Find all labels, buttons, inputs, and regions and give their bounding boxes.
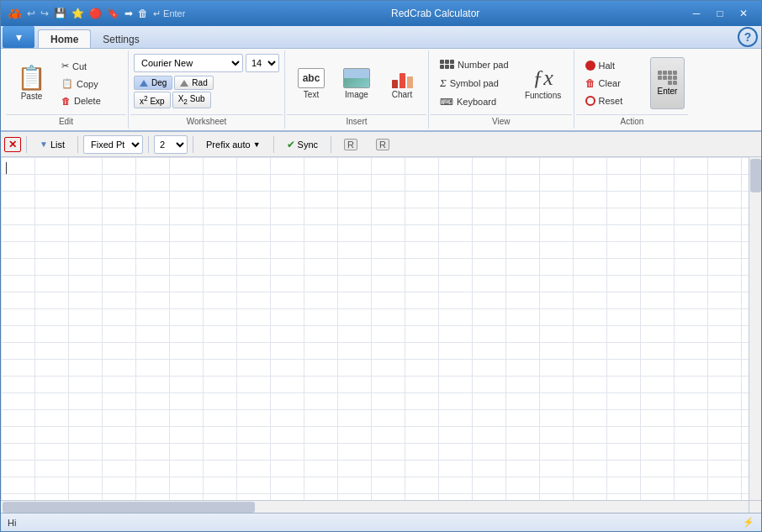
prefix-auto-label: Prefix auto <box>206 140 251 150</box>
decimal-selector[interactable]: 2 <box>154 135 188 154</box>
cut-button[interactable]: ✂ Cut <box>56 58 123 74</box>
toolbar-separator-4 <box>193 136 193 153</box>
deg-label: Deg <box>151 78 167 87</box>
numberpad-label: Number pad <box>458 60 509 70</box>
horizontal-scrollbar[interactable] <box>1 500 749 513</box>
numberpad-icon <box>440 60 454 69</box>
symbolpad-button[interactable]: Σ Symbol pad <box>434 74 515 92</box>
tab-settings[interactable]: Settings <box>91 30 151 48</box>
halt-label: Halt <box>599 61 616 71</box>
tab-area: ▾ Home Settings ? <box>1 26 761 48</box>
r2-icon: R <box>376 139 389 150</box>
sync-label: Sync <box>298 140 318 150</box>
exp-button[interactable]: x2 Exp <box>134 92 171 108</box>
fixed-pt-selector[interactable]: Fixed Pt <box>83 135 143 154</box>
action-group-label: Action <box>576 114 689 129</box>
redo-icon[interactable]: ↪ <box>40 8 49 19</box>
menu-dropdown-icon: ▾ <box>16 30 22 44</box>
exp-label: x2 Exp <box>140 94 165 106</box>
font-selector[interactable]: Courier New <box>134 54 243 72</box>
worksheet-group-body: Courier New 14 Deg Rad <box>130 50 283 114</box>
app-window: 🦀 ↩ ↪ 💾 ⭐ 🔴 🔖 ➡ 🗑 ↵ Enter RedCrab Calcul… <box>0 0 762 532</box>
delete-icon: 🗑 <box>61 96 71 106</box>
enter-button[interactable]: Enter <box>650 57 685 109</box>
toolbar-close-button[interactable]: ✕ <box>4 137 21 152</box>
ribbon-section-edit: 📋 Paste ✂ Cut 📋 Copy 🗑 Delete <box>4 50 129 129</box>
paste-icon: 📋 <box>17 66 46 90</box>
image-button[interactable]: Image <box>336 54 378 113</box>
keyboard-icon: ⌨ <box>440 97 453 108</box>
minimize-button[interactable]: ─ <box>685 5 707 22</box>
functions-button[interactable]: ƒx Functions <box>518 54 569 113</box>
toolbar-close-icon: ✕ <box>8 139 17 150</box>
tab-home[interactable]: Home <box>38 29 91 49</box>
app-title: RedCrab Calculator <box>185 8 685 19</box>
edit-group-label: Edit <box>6 114 126 129</box>
paste-button[interactable]: 📋 Paste <box>9 54 54 113</box>
chart-icon <box>389 68 415 88</box>
deg-button[interactable]: Deg <box>134 76 172 90</box>
lightning-icon: ⚡ <box>743 517 754 528</box>
rad-button[interactable]: Rad <box>174 76 213 90</box>
keyboard-button[interactable]: ⌨ Keyboard <box>434 94 515 110</box>
r1-button[interactable]: R <box>336 136 365 153</box>
halt-button[interactable]: Halt <box>579 58 647 73</box>
font-size-selector[interactable]: 14 <box>246 54 279 72</box>
vertical-scrollbar[interactable] <box>749 157 761 500</box>
save-icon[interactable]: 💾 <box>54 8 66 19</box>
star-icon[interactable]: ⭐ <box>71 8 84 19</box>
delete-button[interactable]: 🗑 Delete <box>56 93 123 108</box>
r2-button[interactable]: R <box>368 136 397 153</box>
disk-icon[interactable]: 🔴 <box>89 8 102 19</box>
undo-icon[interactable]: ↩ <box>27 8 35 19</box>
ribbon-section-action: Halt 🗑 Clear Reset <box>574 50 691 129</box>
ribbon: 📋 Paste ✂ Cut 📋 Copy 🗑 Delete <box>1 48 761 132</box>
help-button[interactable]: ? <box>738 27 758 47</box>
copy-button[interactable]: 📋 Copy <box>56 76 123 92</box>
vertical-scroll-thumb[interactable] <box>750 159 761 192</box>
insert-group-body: abc Text Image Chart <box>287 50 426 114</box>
chart-button[interactable]: Chart <box>381 54 423 113</box>
action-group-body: Halt 🗑 Clear Reset <box>576 50 689 114</box>
toolbar-separator-5 <box>273 136 274 153</box>
numberpad-button[interactable]: Number pad <box>434 57 515 72</box>
toolbar-separator-6 <box>331 136 331 153</box>
app-icon-small: 🦀 <box>8 7 22 20</box>
clear-button[interactable]: 🗑 Clear <box>579 75 647 92</box>
status-text: Hi <box>8 518 16 528</box>
arrow-icon[interactable]: ➡ <box>124 8 133 19</box>
reset-button[interactable]: Reset <box>579 93 647 108</box>
bookmark-icon[interactable]: 🔖 <box>107 8 119 19</box>
image-icon <box>343 68 370 88</box>
rad-label: Rad <box>192 78 207 87</box>
app-menu-button[interactable]: ▾ <box>3 26 34 48</box>
main-canvas-area[interactable] <box>1 157 761 513</box>
window-controls: ─ □ ✕ <box>685 5 754 22</box>
clear-label: Clear <box>599 78 621 88</box>
trash-icon[interactable]: 🗑 <box>138 8 148 19</box>
prefix-dropdown-icon: ▼ <box>253 140 261 149</box>
view-group-label: View <box>431 114 572 129</box>
close-button[interactable]: ✕ <box>733 5 754 22</box>
chart-label: Chart <box>392 90 412 99</box>
worksheet-grid[interactable] <box>1 157 761 513</box>
scroll-corner <box>749 500 761 513</box>
maximize-button[interactable]: □ <box>709 5 731 22</box>
toolbar-separator-2 <box>77 136 78 153</box>
list-button[interactable]: ▼ List <box>32 137 72 152</box>
font-row: Courier New 14 <box>134 54 279 72</box>
toolbar: ✕ ▼ List Fixed Pt 2 Prefix auto ▼ ✔ Sync… <box>1 132 761 157</box>
text-cursor <box>6 162 7 174</box>
horizontal-scroll-thumb[interactable] <box>3 502 255 513</box>
prefix-auto-button[interactable]: Prefix auto ▼ <box>198 137 268 152</box>
title-bar: 🦀 ↩ ↪ 💾 ⭐ 🔴 🔖 ➡ 🗑 ↵ Enter RedCrab Calcul… <box>1 1 761 26</box>
delete-label: Delete <box>74 96 101 106</box>
halt-icon <box>585 61 595 71</box>
text-button[interactable]: abc Text <box>290 54 332 113</box>
symbolpad-icon: Σ <box>440 76 447 90</box>
sub-button[interactable]: X2 Sub <box>172 92 211 108</box>
sync-button[interactable]: ✔ Sync <box>279 136 325 153</box>
text-icon: abc <box>298 68 325 88</box>
functions-label: Functions <box>525 91 561 100</box>
ribbon-section-insert: abc Text Image Chart I <box>285 50 429 129</box>
